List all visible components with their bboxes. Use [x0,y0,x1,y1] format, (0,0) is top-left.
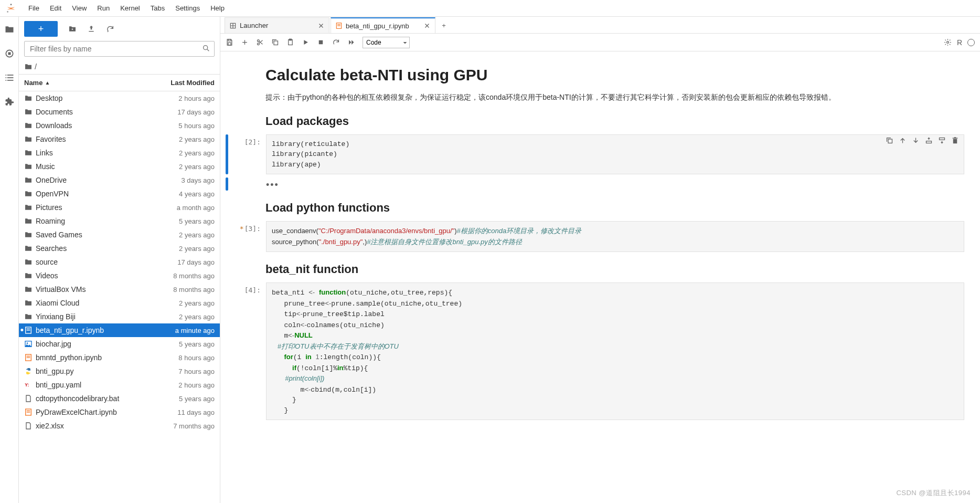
folder-icon[interactable] [4,24,15,35]
code-cell[interactable]: [4]: beta_nti <- function(otu_niche,otu_… [226,282,964,420]
code-input[interactable]: beta_nti <- function(otu_niche,otu_tree,… [266,282,964,420]
code-input[interactable]: use_condaenv("C:/ProgramData/anaconda3/e… [266,221,964,252]
run-icon[interactable] [302,38,310,46]
file-row[interactable]: source17 days ago [19,255,220,269]
svg-rect-5 [7,75,13,76]
svg-rect-39 [940,138,945,140]
folder-icon [24,190,33,198]
file-row[interactable]: Downloads5 hours ago [19,119,220,132]
file-row[interactable]: Videos8 months ago [19,269,220,282]
menu-kernel[interactable]: Kernel [115,2,145,14]
menu-edit[interactable]: Edit [45,2,67,14]
kernel-status-icon[interactable] [967,39,975,46]
svg-rect-14 [27,330,30,330]
file-row[interactable]: Searches2 years ago [19,242,220,255]
file-row[interactable]: VirtualBox VMs8 months ago [19,282,220,296]
menu-help[interactable]: Help [205,2,230,14]
file-modified: 5 years ago [146,395,215,403]
file-row[interactable]: OpenVPN4 years ago [19,187,220,201]
code-input[interactable]: library(reticulate) library(picante) lib… [266,134,964,175]
breadcrumb[interactable]: / [19,60,220,74]
file-row[interactable]: Picturesa month ago [19,201,220,214]
menu-file[interactable]: File [23,2,45,14]
folder-icon [24,135,33,143]
code-cell[interactable]: [3]: use_condaenv("C:/ProgramData/anacon… [226,221,964,252]
folder-icon [24,203,33,212]
cell-type-select[interactable]: Code [363,37,410,48]
close-icon[interactable] [317,22,325,29]
file-row[interactable]: bmntd_python.ipynb8 hours ago [19,351,220,364]
filter-input[interactable] [24,41,215,57]
code-cell[interactable]: [2]: library(reticulate) library(picante… [226,134,964,175]
svg-text:Y:: Y: [25,382,29,387]
gear-icon[interactable] [944,38,952,46]
tab[interactable]: Launcher [225,17,329,33]
stop-icon[interactable] [317,38,325,46]
file-name: Favorites [36,135,146,143]
toc-icon[interactable] [4,72,15,83]
file-row[interactable]: •beta_nti_gpu_r.ipynba minute ago [19,323,220,337]
file-row[interactable]: OneDrive3 days ago [19,173,220,187]
svg-rect-4 [5,75,6,76]
svg-point-36 [947,41,949,44]
refresh-icon[interactable] [106,25,114,33]
restart-icon[interactable] [332,38,340,46]
column-name[interactable]: Name▲ [19,75,152,91]
running-icon[interactable] [4,48,15,59]
upload-icon[interactable] [87,25,95,33]
file-name: Pictures [36,203,146,212]
svg-point-11 [204,46,208,50]
file-row[interactable]: Yinxiang Biji2 years ago [19,310,220,323]
tab[interactable]: beta_nti_gpu_r.ipynb [331,17,435,33]
file-row[interactable]: Xiaomi Cloud2 years ago [19,296,220,310]
menu-view[interactable]: View [67,2,92,14]
new-launcher-button[interactable]: + [24,21,58,37]
file-row[interactable]: xie2.xlsx7 months ago [19,419,220,433]
paste-icon[interactable] [286,38,294,46]
file-row[interactable]: biochar.jpg5 years ago [19,337,220,351]
file-row[interactable]: Favorites2 years ago [19,132,220,146]
file-row[interactable]: PyDrawExcelChart.ipynb11 days ago [19,405,220,419]
file-row[interactable]: bnti_gpu.py7 hours ago [19,364,220,378]
file-name: PyDrawExcelChart.ipynb [36,408,146,416]
file-row[interactable]: Y:bnti_gpu.yaml2 hours ago [19,378,220,392]
menu-settings[interactable]: Settings [170,2,205,14]
file-row[interactable]: Saved Games2 years ago [19,228,220,242]
cut-icon[interactable] [256,38,264,46]
move-up-icon[interactable] [899,137,907,144]
copy-icon[interactable] [271,38,279,46]
file-row[interactable]: Music2 years ago [19,160,220,173]
file-row[interactable]: Documents17 days ago [19,105,220,119]
column-modified[interactable]: Last Modified [152,75,220,91]
menu-tabs[interactable]: Tabs [145,2,170,14]
file-row[interactable]: Roaming5 years ago [19,214,220,228]
svg-rect-23 [27,412,30,412]
notebook-icon [24,408,33,416]
file-modified: 2 hours ago [146,95,215,102]
add-cell-icon[interactable] [241,38,249,46]
duplicate-icon[interactable] [886,137,893,144]
close-icon[interactable] [423,22,431,29]
file-name: Videos [36,271,146,280]
insert-below-icon[interactable] [938,137,946,144]
folder-icon [24,244,33,253]
add-tab-button[interactable]: + [436,17,451,33]
file-row[interactable]: cdtopythoncodelibrary.bat5 years ago [19,392,220,405]
insert-above-icon[interactable] [925,137,933,144]
file-row[interactable]: Links2 years ago [19,146,220,160]
restart-run-icon[interactable] [347,38,355,46]
kernel-name[interactable]: R [957,38,962,47]
extensions-icon[interactable] [4,97,15,107]
file-name: Downloads [36,121,146,130]
file-row[interactable]: Desktop2 hours ago [19,91,220,105]
file-modified: a minute ago [146,327,215,334]
heading-beta-nit: beta_nit function [265,263,964,276]
save-icon[interactable] [226,38,233,46]
file-list: Desktop2 hours agoDocuments17 days agoDo… [19,91,220,503]
delete-icon[interactable] [951,137,959,144]
folder-icon [24,94,33,102]
move-down-icon[interactable] [912,137,920,144]
new-folder-icon[interactable] [68,25,77,33]
menu-run[interactable]: Run [92,2,115,14]
collapsed-output[interactable]: ••• [226,177,964,191]
